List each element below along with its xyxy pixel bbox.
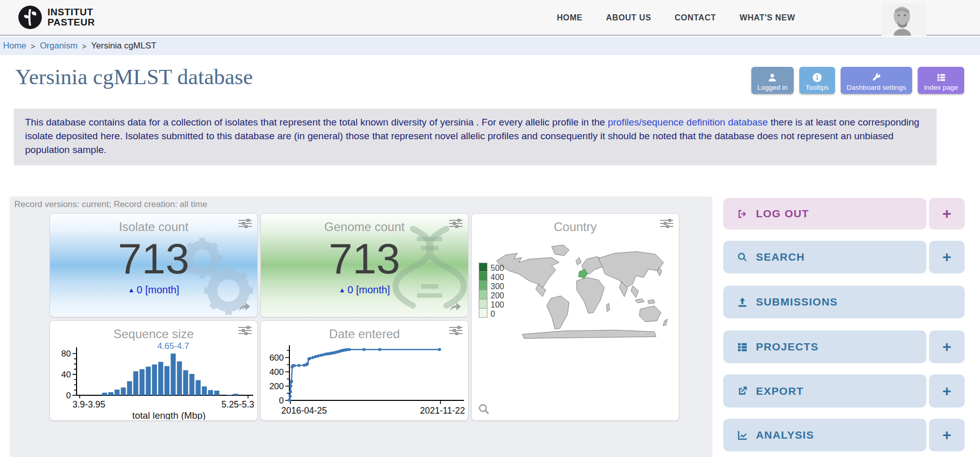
card-settings-icon[interactable] (659, 218, 674, 229)
pasteur-portrait-image (881, 3, 926, 36)
magnifier-icon[interactable] (478, 403, 490, 415)
description-text-before: This database contains data for a collec… (25, 117, 608, 128)
quick-buttons: Logged in Tooltips Dashboard settings In… (751, 67, 964, 94)
search-expand-button[interactable]: + (929, 241, 965, 273)
page: INSTITUT PASTEUR HOME ABOUT US CONTACT W… (0, 0, 980, 457)
sidebar-row-search: SEARCH + (723, 241, 965, 273)
record-filter-status: Record versions: current; Record creatio… (14, 199, 207, 210)
isolate-count-value: 713 (50, 235, 257, 282)
card-settings-icon[interactable] (449, 325, 463, 336)
svg-text:0: 0 (279, 396, 284, 405)
sidebar-row-export: EXPORT + (723, 374, 965, 408)
country-card-title: Country (472, 220, 679, 234)
sidebar-item-export[interactable]: EXPORT (723, 374, 926, 408)
breadcrumb-organism[interactable]: Organism (40, 41, 78, 51)
genome-count-title: Genome count (261, 220, 468, 234)
isolate-count-trend: ▲0 [month] (50, 284, 257, 296)
user-icon (767, 72, 777, 83)
sidebar-item-log-out[interactable]: LOG OUT (723, 198, 926, 230)
projects-expand-button[interactable]: + (929, 331, 965, 363)
svg-text:400: 400 (270, 367, 284, 377)
sidebar-row-projects: PROJECTS + (723, 331, 965, 363)
map-color-legend: 5004003002001000 (479, 263, 504, 318)
map-north-america (497, 253, 559, 289)
card-settings-icon[interactable] (449, 218, 463, 229)
map-central-america (536, 284, 546, 297)
info-icon (812, 72, 822, 83)
svg-text:0: 0 (66, 391, 71, 400)
sequence-definition-database-link[interactable]: profiles/sequence definition database (608, 117, 768, 128)
analysis-expand-button[interactable]: + (929, 419, 965, 451)
map-antarctica (522, 330, 656, 338)
nav-contact[interactable]: CONTACT (675, 13, 716, 22)
map-asia (598, 251, 664, 288)
sidebar-item-analysis[interactable]: ANALYSIS (723, 419, 926, 451)
sequence-size-title: Sequence size (50, 327, 257, 341)
date-entered-line-chart: 02004006002016-04-252021-11-22 (264, 340, 466, 420)
legend-row: 0 (479, 309, 504, 318)
nav-about-us[interactable]: ABOUT US (606, 13, 651, 22)
isolate-count-title: Isolate count (50, 220, 257, 234)
svg-text:4.65-4.7: 4.65-4.7 (157, 341, 189, 351)
logged-in-label: Logged in (757, 84, 788, 91)
sidebar-row-logout: LOG OUT + (723, 198, 965, 230)
svg-text:2016-04-25: 2016-04-25 (281, 405, 327, 416)
trend-up-icon: ▲ (339, 286, 346, 294)
map-new-guinea (648, 299, 655, 303)
database-description: This database contains data for a collec… (14, 109, 937, 165)
nav-whats-new[interactable]: WHAT'S NEW (740, 13, 795, 22)
share-icon[interactable] (449, 301, 462, 313)
svg-text:2021-11-22: 2021-11-22 (420, 405, 465, 416)
svg-text:80: 80 (61, 349, 71, 359)
legend-row: 100 (479, 299, 504, 309)
log-out-expand-button[interactable]: + (929, 198, 965, 230)
tooltips-button[interactable]: Tooltips (799, 67, 835, 94)
country-map-card: Country (471, 213, 679, 421)
dashboard-settings-button[interactable]: Dashboard settings (841, 67, 912, 94)
svg-text:total length (Mbp): total length (Mbp) (132, 410, 206, 420)
svg-text:5.25-5.3: 5.25-5.3 (222, 399, 254, 410)
genome-count-trend: ▲0 [month] (261, 284, 468, 296)
map-madagascar (606, 303, 610, 312)
map-uk (576, 258, 581, 265)
date-entered-card: Date entered 02004006002016-04-252021-11… (260, 320, 469, 421)
institut-pasteur-logo-icon (18, 5, 42, 30)
card-settings-icon[interactable] (238, 218, 252, 229)
nav-home[interactable]: HOME (557, 13, 582, 22)
sequence-size-card: Sequence size 040803.9-3.955.25-5.34.65-… (50, 320, 258, 421)
sidebar-row-submissions: SUBMISSIONS (723, 286, 965, 318)
sidebar-item-projects[interactable]: PROJECTS (723, 331, 926, 363)
site-header: INSTITUT PASTEUR HOME ABOUT US CONTACT W… (0, 0, 980, 36)
tooltips-label: Tooltips (805, 84, 829, 91)
legend-row: 300 (479, 281, 504, 290)
institut-pasteur-logo[interactable]: INSTITUT PASTEUR (18, 5, 95, 30)
upload-icon (737, 296, 748, 308)
legend-row: 500 (479, 263, 504, 272)
genome-count-card: Genome count 713 ▲0 [month] (260, 213, 469, 317)
main-nav: HOME ABOUT US CONTACT WHAT'S NEW (557, 0, 795, 36)
sidebar-item-submissions[interactable]: SUBMISSIONS (723, 286, 965, 318)
index-page-button[interactable]: Index page (918, 67, 964, 94)
page-title: Yersinia cgMLST database (15, 64, 253, 89)
index-page-label: Index page (924, 84, 958, 91)
map-indonesia (635, 299, 644, 303)
legend-row: 400 (479, 272, 504, 281)
sidebar-row-analysis: ANALYSIS + (723, 419, 965, 451)
sequence-size-histogram: 040803.9-3.955.25-5.34.65-4.7total lengt… (53, 340, 255, 420)
legend-row: 200 (479, 290, 504, 299)
table-icon (737, 341, 748, 353)
date-entered-title: Date entered (261, 327, 468, 341)
world-map (489, 235, 673, 347)
logo-wordmark: INSTITUT PASTEUR (47, 7, 95, 28)
card-settings-icon[interactable] (238, 325, 252, 336)
svg-text:600: 600 (270, 353, 284, 363)
sidebar-item-search[interactable]: SEARCH (723, 241, 926, 273)
logged-in-button[interactable]: Logged in (751, 67, 794, 94)
share-icon[interactable] (238, 301, 251, 313)
map-africa (577, 277, 604, 313)
map-se-asia (631, 286, 639, 297)
map-new-zealand (663, 319, 667, 326)
breadcrumb-home[interactable]: Home (3, 41, 26, 51)
export-expand-button[interactable]: + (929, 374, 965, 408)
dashboard-panel: Record versions: current; Record creatio… (10, 196, 713, 457)
